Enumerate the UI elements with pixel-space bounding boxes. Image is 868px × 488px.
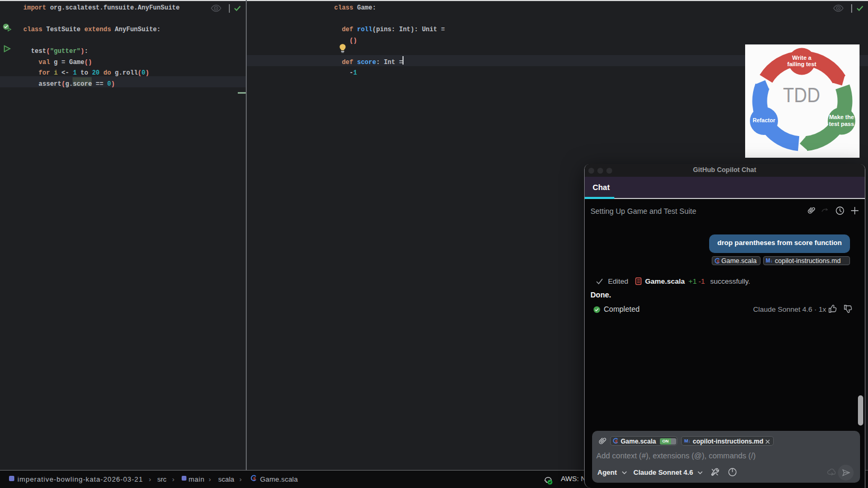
svg-text:failing test: failing test <box>787 61 816 67</box>
svg-text:Write a: Write a <box>792 55 812 61</box>
svg-text:Make the: Make the <box>829 114 854 120</box>
svg-text:Refactor: Refactor <box>753 117 775 123</box>
svg-text:TDD: TDD <box>783 84 820 106</box>
svg-text:test pass: test pass <box>829 121 854 127</box>
